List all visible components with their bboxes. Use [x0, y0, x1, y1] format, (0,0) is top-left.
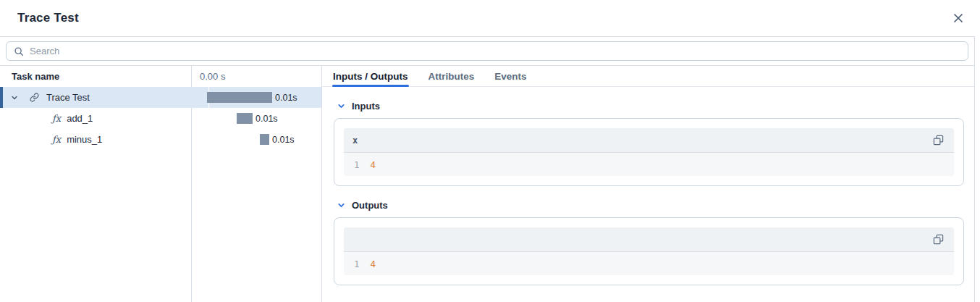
search-box — [6, 41, 968, 61]
expand-collapse-button[interactable] — [10, 93, 19, 102]
duration-label: 0.01s — [272, 135, 295, 145]
outputs-card: 1 4 — [334, 217, 964, 285]
chevron-down-icon — [337, 102, 345, 110]
inputs-section-toggle[interactable]: Inputs — [334, 101, 380, 112]
close-icon — [952, 12, 964, 24]
tree-row-name-cell: Trace Test — [0, 92, 191, 103]
code-header — [344, 227, 954, 252]
tab-attributes[interactable]: Attributes — [428, 66, 476, 86]
duration-label: 0.01s — [255, 114, 278, 124]
section-title: Outputs — [352, 200, 388, 211]
timeline-gridline — [208, 87, 209, 302]
code-value: 4 — [371, 259, 376, 269]
close-button[interactable] — [950, 9, 967, 27]
outputs-section: Outputs — [334, 200, 964, 285]
duration-bar[interactable] — [260, 134, 269, 145]
link-icon — [30, 93, 39, 102]
outputs-section-toggle[interactable]: Outputs — [334, 200, 388, 211]
section-title: Inputs — [352, 101, 380, 112]
task-label: Trace Test — [46, 92, 90, 103]
variable-name: x — [352, 135, 358, 146]
time-axis-label: 0.00 s — [191, 71, 225, 82]
code-line: 1 4 — [344, 153, 954, 176]
search-input[interactable] — [30, 46, 960, 56]
code-value: 4 — [371, 159, 376, 170]
detail-panel-body: Inputs x — [322, 87, 974, 299]
code-line: 1 4 — [344, 252, 954, 275]
function-icon: ƒx — [52, 114, 61, 123]
detail-tabs: Inputs / Outputs Attributes Events — [322, 66, 974, 87]
timeline-cell: 0.01s — [191, 113, 321, 124]
inputs-section: Inputs x — [334, 101, 964, 186]
code-header: x — [344, 128, 954, 153]
line-number: 1 — [354, 259, 360, 269]
tab-events[interactable]: Events — [494, 66, 527, 86]
copy-button[interactable] — [932, 232, 945, 246]
code-block: 1 4 — [344, 227, 954, 275]
detail-panel: Inputs / Outputs Attributes Events Input… — [322, 66, 974, 302]
tree-row-name-cell: ƒx minus_1 — [0, 134, 191, 145]
chevron-down-icon — [11, 94, 18, 101]
copy-icon — [933, 234, 944, 245]
copy-icon — [933, 135, 944, 146]
copy-button[interactable] — [932, 133, 945, 147]
code-block: x 1 4 — [344, 128, 954, 176]
duration-bar[interactable] — [237, 113, 253, 124]
drawer-header: Trace Test — [0, 0, 980, 36]
task-name-column-header: Task name — [0, 71, 191, 82]
tree-header: Task name 0.00 s — [0, 66, 321, 87]
tree-row-name-cell: ƒx add_1 — [0, 113, 191, 124]
function-icon: ƒx — [52, 135, 61, 144]
timeline-cell: 0.01s — [191, 134, 321, 145]
tab-inputs-outputs[interactable]: Inputs / Outputs — [332, 66, 409, 86]
tree-row-trace-test[interactable]: Trace Test 0.01s — [0, 87, 321, 108]
duration-label: 0.01s — [275, 93, 297, 103]
task-label: minus_1 — [67, 134, 102, 145]
chevron-down-icon — [337, 201, 345, 209]
trace-drawer-body: Task name 0.00 s — [0, 36, 975, 302]
content-split: Task name 0.00 s — [0, 66, 974, 302]
task-label: add_1 — [67, 113, 93, 124]
tree-row-minus-1[interactable]: ƒx minus_1 0.01s — [0, 129, 321, 150]
tree-row-add-1[interactable]: ƒx add_1 0.01s — [0, 108, 321, 129]
inputs-card: x 1 4 — [334, 118, 964, 186]
task-tree-panel: Task name 0.00 s — [0, 66, 322, 302]
search-icon — [14, 46, 24, 56]
timeline-cell: 0.01s — [191, 92, 321, 103]
duration-bar[interactable] — [207, 92, 272, 103]
search-row — [0, 37, 974, 66]
line-number: 1 — [354, 159, 360, 170]
page-title: Trace Test — [17, 11, 79, 25]
